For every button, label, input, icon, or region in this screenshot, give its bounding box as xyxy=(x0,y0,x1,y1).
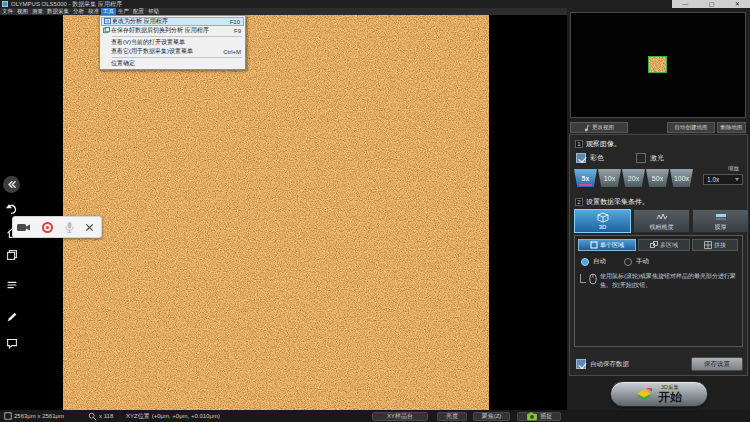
close-button[interactable]: ✕ xyxy=(735,0,740,8)
tab-line-roughness[interactable]: 线粗糙度 xyxy=(633,209,690,233)
step-2-badge: 2 xyxy=(575,198,583,206)
zoom-dropdown[interactable]: 1.0x xyxy=(703,174,743,185)
record-icon xyxy=(42,222,53,233)
auto-radio[interactable] xyxy=(581,258,589,266)
capture-label: 捕捉 xyxy=(540,412,552,421)
laser-checkbox-group[interactable]: 激光 xyxy=(636,153,664,163)
tools-menu-dropdown: 更改为分析 应用程序 F10 在保存好数据后切换到分析 应用程序 F9 查看(V… xyxy=(99,15,246,70)
capture-button[interactable]: 捕捉 xyxy=(517,412,561,421)
section-acquire-header: 2 设置数据采集条件。 xyxy=(575,197,649,207)
menu-item-label: 查看(V)当前的打开设置菜单 xyxy=(111,38,185,47)
magnification-selector: 5x 10x 20x 50x 100x xyxy=(574,169,693,187)
change-view-button[interactable]: 更改视图 xyxy=(570,122,628,133)
field-size-value: 2563μm x 2561μm xyxy=(14,413,64,419)
settings-frame: 1 观察图像。 彩色 激光 5x 10x 20x 50x 100x 缩放 1.0… xyxy=(569,134,748,376)
close-toolbar-button[interactable] xyxy=(79,219,99,235)
laser-checkbox[interactable] xyxy=(636,153,646,163)
status-bar: 2563μm x 2561μm x 118 XYZ位置 (+0μm, +0μm,… xyxy=(0,410,750,422)
copy-layers-button[interactable] xyxy=(3,246,20,263)
list-lines-icon xyxy=(5,278,19,292)
list-button[interactable] xyxy=(3,276,20,293)
auto-create-map-label: 自动创建地图 xyxy=(675,123,708,132)
save-settings-button[interactable]: 保存设置 xyxy=(691,357,743,371)
menu-item-save-then-analyze[interactable]: 在保存好数据后切换到分析 应用程序 F9 xyxy=(101,26,244,35)
magnifier-icon xyxy=(88,412,97,421)
window-controls: — ▢ ✕ xyxy=(672,0,750,8)
color-checkbox-group[interactable]: 彩色 xyxy=(576,153,604,163)
menu-item-shortcut: F10 xyxy=(230,19,243,25)
tab-film-thickness-label: 膜厚 xyxy=(715,223,727,232)
menu-production[interactable]: 生产 xyxy=(116,8,131,15)
title-bar: OLYMPUS OLS5000 - 数据采集 应用程序 — ▢ ✕ xyxy=(0,0,750,8)
camera-icon xyxy=(526,412,538,421)
stage-position-thumbnail[interactable] xyxy=(648,56,667,73)
autosave-checkbox[interactable] xyxy=(576,359,586,369)
change-view-icon xyxy=(584,124,590,132)
menu-item-switch-to-analysis[interactable]: 更改为分析 应用程序 F10 xyxy=(101,17,244,26)
menu-file[interactable]: 文件 xyxy=(0,8,15,15)
color-checkbox[interactable] xyxy=(576,153,586,163)
step-1-badge: 1 xyxy=(575,140,583,148)
magnification-5x-button[interactable]: 5x xyxy=(574,169,597,187)
subtab-stitching[interactable]: 拼接 xyxy=(692,239,738,251)
tab-film-thickness[interactable]: 膜厚 xyxy=(692,209,749,233)
manual-radio[interactable] xyxy=(624,258,632,266)
navigation-map[interactable] xyxy=(570,12,746,118)
menu-measure[interactable]: 测量 xyxy=(30,8,45,15)
microphone-button-disabled[interactable] xyxy=(59,219,79,235)
video-camera-icon xyxy=(16,222,31,233)
tab-3d-label: 3D xyxy=(599,224,607,230)
menu-separator xyxy=(112,36,242,37)
minimize-button[interactable]: — xyxy=(682,0,688,8)
magnification-10x-button[interactable]: 10x xyxy=(598,169,621,187)
microscope-live-image[interactable] xyxy=(63,15,489,410)
menu-analysis[interactable]: 分析 xyxy=(71,8,86,15)
single-area-icon xyxy=(590,241,598,249)
menu-view[interactable]: 视图 xyxy=(15,8,30,15)
start-button-texts: 3D采集 开始 xyxy=(658,385,682,403)
start-acquisition-button[interactable]: 3D采集 开始 xyxy=(610,381,708,407)
auto-create-map-button[interactable]: 自动创建地图 xyxy=(667,122,715,133)
brightness-button[interactable]: 亮度 xyxy=(437,412,467,421)
subtab-multi-area[interactable]: 多区域 xyxy=(638,239,690,251)
menu-configuration[interactable]: 配置 xyxy=(131,8,146,15)
xyz-position-readout: XYZ位置 (+0μm, +0μm, +0.010μm) xyxy=(126,410,220,422)
focus-z-button[interactable]: 聚焦(Z) xyxy=(473,412,510,421)
magnification-50x-button[interactable]: 50x xyxy=(646,169,669,187)
magnification-20x-button[interactable]: 20x xyxy=(622,169,645,187)
autosave-label: 自动保存数据 xyxy=(590,360,629,369)
roughness-profile-icon xyxy=(656,211,668,222)
chevron-down-icon xyxy=(735,178,739,181)
subtab-stitching-label: 拼接 xyxy=(714,241,726,250)
comment-button[interactable] xyxy=(3,334,20,351)
section-observe-title: 观察图像。 xyxy=(586,139,621,149)
magnification-100x-button[interactable]: 100x xyxy=(670,169,693,187)
focus-mode-radios: 自动 手动 xyxy=(581,257,649,266)
record-button[interactable] xyxy=(37,219,57,235)
menu-data-acquisition[interactable]: 数据采集 xyxy=(45,8,71,15)
subtab-single-area[interactable]: 单个区域 xyxy=(578,239,636,251)
application-window: OLYMPUS OLS5000 - 数据采集 应用程序 — ▢ ✕ 文件 视图 … xyxy=(0,0,750,422)
menu-item-view-open-settings[interactable]: 查看(V)当前的打开设置菜单 xyxy=(101,38,244,47)
collapse-sidebar-button[interactable] xyxy=(3,176,20,193)
focus-help: 使用鼠标(滚轮)或聚焦旋钮对样品的最亮部分进行聚焦。按[开始]按钮。 xyxy=(580,272,738,291)
annotate-button[interactable] xyxy=(3,308,20,325)
switch-app-icon xyxy=(102,18,112,25)
menu-item-position-confirm[interactable]: 位置确定 xyxy=(101,59,244,68)
menu-help[interactable]: 帮助 xyxy=(146,8,161,15)
video-camera-button[interactable] xyxy=(13,219,33,235)
comment-icon xyxy=(5,336,19,350)
field-size-readout: 2563μm x 2561μm xyxy=(4,410,64,422)
layers-icon xyxy=(5,248,19,262)
undo-button[interactable] xyxy=(3,200,20,217)
menu-item-shortcut: Ctrl+M xyxy=(223,49,244,55)
tab-3d[interactable]: 3D xyxy=(574,209,631,233)
menu-item-view-acquisition-settings[interactable]: 查看它(用于数据采集)设置菜单 Ctrl+M xyxy=(101,47,244,56)
menu-calibration[interactable]: 校准 xyxy=(86,8,101,15)
xy-stage-button[interactable]: XY样品台 xyxy=(372,412,428,421)
pencil-icon xyxy=(5,310,19,324)
delete-map-button[interactable]: 删除地图 xyxy=(717,122,746,133)
menu-tools[interactable]: 工具 xyxy=(101,8,116,15)
app-logo-icon xyxy=(2,1,8,7)
maximize-button[interactable]: ▢ xyxy=(709,0,715,8)
